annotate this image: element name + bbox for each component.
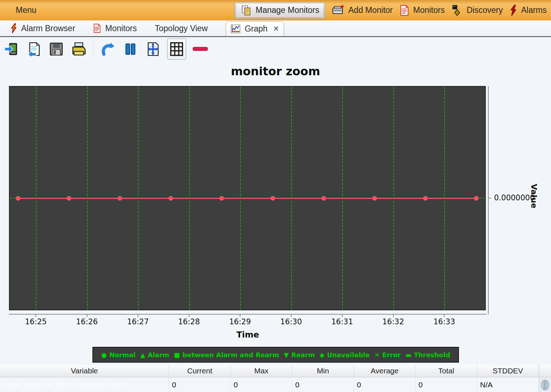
fit-page-button[interactable] [145, 40, 161, 58]
x-axis-tick [87, 315, 87, 317]
x-tick-label: 16:28 [171, 317, 207, 326]
x-axis-tick [444, 315, 445, 317]
chart-legend: ●Normal▲Alarm■between Alarm and Rearm▼Re… [92, 347, 459, 363]
monitors-menu-button[interactable]: Monitors [400, 5, 445, 16]
data-point-marker [474, 196, 479, 201]
graph-chart-icon [231, 24, 240, 33]
legend-label: Normal [109, 351, 135, 359]
legend-symbol: ✕ [374, 351, 380, 359]
x-axis-title: Time [9, 330, 487, 339]
column-header-current[interactable]: Current [169, 365, 231, 377]
vertical-gridline [444, 87, 445, 310]
legend-label: Unavailable [327, 351, 370, 359]
scrollbar-header-spacer [539, 365, 551, 377]
monitors-menu-label: Monitors [413, 5, 445, 15]
stats-table-header: VariableCurrentMaxMinAverageTotalSTDDEV [0, 365, 539, 377]
monitor-list-icon [400, 5, 409, 16]
legend-item: ▲Alarm [140, 351, 169, 359]
plot-area [9, 86, 486, 310]
data-point-marker [67, 196, 71, 201]
chart-title: monitor zoom [0, 64, 551, 78]
legend-item: ✕Error [374, 351, 401, 359]
scrollbar-thumb[interactable] [541, 380, 549, 390]
data-point-marker [219, 196, 224, 201]
print-button[interactable] [71, 40, 87, 58]
vertical-gridline [393, 87, 394, 310]
save-icon [49, 42, 63, 56]
legend-label: Alarm [148, 351, 169, 359]
import-document-button[interactable] [25, 40, 42, 58]
alarms-button[interactable]: Alarms [510, 5, 547, 16]
column-header-total[interactable]: Total [416, 365, 477, 377]
redo-icon [100, 42, 115, 56]
column-header-max[interactable]: Max [231, 365, 292, 377]
fit-page-icon [146, 42, 160, 56]
tab-graph[interactable]: Graph × [226, 21, 284, 36]
add-monitor-button[interactable]: Add Monitor [332, 5, 393, 16]
x-axis-tick [138, 315, 138, 317]
menubar-actions: Manage Monitors Add Monitor [235, 2, 551, 19]
x-tick-label: 16:31 [324, 317, 360, 326]
save-button[interactable] [48, 40, 64, 58]
legend-symbol: ● [101, 351, 107, 359]
legend-symbol: ▼ [284, 351, 289, 359]
stats-table-row[interactable]: status.zoom.us: URL 1 content match00000… [0, 378, 539, 392]
y-axis-title: Value [530, 184, 538, 209]
data-point-marker [118, 196, 122, 201]
threshold-toggle-button[interactable] [192, 40, 209, 58]
value-cell: 0 [231, 378, 292, 392]
manage-monitors-label: Manage Monitors [256, 5, 320, 15]
grid-toggle-button[interactable] [167, 39, 186, 59]
graph-toolbar [0, 37, 551, 61]
column-header-average[interactable]: Average [354, 365, 416, 377]
menubar: Menu Manage Monitors [0, 0, 551, 20]
table-scrollbar[interactable] [539, 365, 551, 392]
data-point-marker [321, 196, 326, 201]
value-cell: 0 [416, 378, 477, 392]
menu-button[interactable]: Menu [16, 5, 37, 15]
pause-button[interactable] [122, 40, 139, 58]
x-tick-label: 16:27 [120, 317, 156, 326]
data-point-marker [372, 196, 377, 201]
tab-alarm-browser[interactable]: Alarm Browser [11, 23, 75, 33]
x-axis-tick [35, 315, 36, 317]
column-header-variable[interactable]: Variable [0, 365, 169, 377]
x-tick-label: 16:26 [69, 317, 105, 326]
discovery-icon [452, 5, 463, 16]
alarms-label: Alarms [521, 5, 547, 15]
export-device-button[interactable] [3, 40, 19, 58]
x-axis-line [9, 314, 487, 315]
export-device-icon [4, 42, 18, 56]
tab-topology-view[interactable]: Topology View [155, 24, 208, 33]
x-axis-tick [393, 315, 394, 317]
vertical-gridline [189, 87, 190, 310]
discovery-button[interactable]: Discovery [452, 5, 503, 16]
y-tick-label: 0.0000000 [494, 193, 535, 202]
x-axis-tick [240, 315, 240, 317]
tab-monitors[interactable]: Monitors [93, 23, 137, 33]
monitor-list-icon [93, 23, 101, 33]
legend-label: Threshold [414, 351, 450, 359]
x-axis-tick [189, 315, 190, 317]
add-monitor-icon [332, 5, 344, 16]
legend-item: ▼Rearm [284, 351, 315, 359]
x-tick-label: 16:25 [18, 317, 54, 326]
value-cell: N/A [477, 378, 539, 392]
data-point-marker [270, 196, 275, 201]
variable-cell: status.zoom.us: URL 1 content match [0, 378, 169, 392]
column-header-min[interactable]: Min [292, 365, 354, 377]
close-tab-icon[interactable]: × [273, 24, 279, 34]
legend-symbol: ▬ [405, 351, 411, 359]
x-axis-tick [291, 315, 292, 317]
redo-button[interactable] [100, 40, 116, 58]
manage-monitors-button[interactable]: Manage Monitors [235, 2, 325, 19]
x-tick-label: 16:33 [426, 317, 462, 326]
legend-symbol: ◆ [320, 351, 325, 359]
tab-bar: Alarm Browser Monitors Topology View Gra… [0, 20, 551, 37]
column-header-stddev[interactable]: STDDEV [477, 365, 539, 377]
data-point-marker [168, 196, 173, 201]
x-tick-label: 16:32 [375, 317, 411, 326]
vertical-gridline [240, 87, 241, 310]
vertical-gridline [342, 87, 343, 310]
vertical-gridline [291, 87, 292, 310]
